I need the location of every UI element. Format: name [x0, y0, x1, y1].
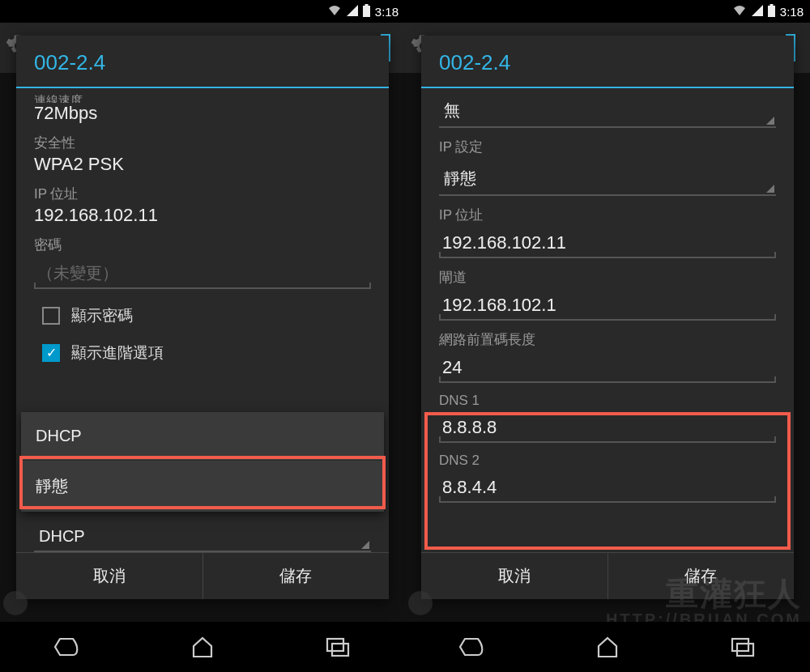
save-button[interactable]: 儲存: [202, 553, 390, 599]
svg-rect-0: [363, 6, 370, 17]
password-input[interactable]: （未變更）: [34, 257, 371, 289]
home-button[interactable]: [575, 631, 640, 663]
show-advanced-row[interactable]: ✓ 顯示進階選項: [34, 342, 371, 364]
ip-address-value: 192.168.102.11: [442, 232, 566, 253]
svg-rect-7: [737, 644, 753, 656]
svg-rect-4: [768, 6, 775, 17]
dns1-label: DNS 1: [439, 393, 776, 409]
nav-bar: [0, 622, 405, 672]
save-button[interactable]: 儲存: [608, 553, 795, 599]
dialog-body[interactable]: 連線速度 72Mbps 安全性 WPA2 PSK IP 位址 192.168.1…: [16, 88, 389, 552]
phone-right: 3:18 002-2.4 無 IP 設定 靜態 IP 位址 192.168.10…: [405, 0, 810, 672]
dialog-title: 002-2.4: [421, 36, 794, 87]
cancel-button[interactable]: 取消: [16, 553, 202, 599]
gateway-input[interactable]: 192.168.102.1: [439, 290, 776, 321]
link-speed-value: 72Mbps: [34, 103, 371, 124]
svg-rect-2: [327, 639, 343, 651]
prefix-length-label: 網路前置碼長度: [439, 330, 776, 349]
security-label: 安全性: [34, 134, 371, 152]
ip-settings-value: 靜態: [444, 169, 476, 187]
ip-address-label: IP 位址: [439, 206, 776, 224]
prefix-length-input[interactable]: 24: [439, 352, 776, 383]
svg-rect-3: [332, 644, 348, 656]
phone-left: 3:18 002-2.4 連線速度 72Mbps 安全性 WPA2 PSK IP…: [0, 0, 405, 672]
dns1-value: 8.8.8.8: [442, 417, 497, 437]
gateway-value: 192.168.102.1: [442, 295, 556, 315]
checkbox-unchecked-icon[interactable]: [42, 307, 60, 325]
status-bar: 3:18: [0, 0, 405, 23]
show-password-label: 顯示密碼: [71, 305, 133, 326]
dns2-value: 8.8.4.4: [442, 477, 497, 497]
proxy-value: 無: [444, 101, 460, 119]
recents-button[interactable]: [305, 631, 370, 663]
clock-text: 3:18: [375, 5, 399, 19]
svg-rect-5: [770, 4, 773, 6]
cancel-button[interactable]: 取消: [421, 553, 608, 599]
password-placeholder: （未變更）: [37, 264, 118, 282]
dialog-button-bar: 取消 儲存: [16, 552, 389, 599]
nav-handle-icon: [408, 591, 433, 615]
ip-address-input[interactable]: 192.168.102.11: [439, 228, 776, 258]
back-button[interactable]: [35, 631, 100, 663]
wifi-icon: [327, 5, 342, 19]
link-speed-label: 連線速度: [34, 93, 371, 103]
security-value: WPA2 PSK: [34, 154, 371, 175]
dropdown-item-static[interactable]: 靜態: [21, 461, 384, 512]
ip-settings-dropdown: DHCP 靜態: [21, 412, 384, 512]
gateway-label: 閘道: [439, 268, 776, 287]
show-password-row[interactable]: 顯示密碼: [34, 305, 371, 326]
svg-rect-6: [732, 639, 748, 651]
svg-rect-1: [364, 4, 368, 6]
dropdown-item-dhcp[interactable]: DHCP: [21, 412, 384, 461]
password-label: 密碼: [34, 236, 371, 254]
clock-text: 3:18: [780, 5, 804, 19]
dns1-input[interactable]: 8.8.8.8: [439, 412, 776, 443]
dialog-title: 002-2.4: [16, 36, 389, 87]
ip-address-label: IP 位址: [34, 185, 371, 203]
recents-button[interactable]: [710, 631, 775, 663]
nav-bar: [405, 622, 810, 672]
nav-handle-icon: [3, 591, 28, 615]
signal-icon: [752, 5, 763, 19]
dns2-input[interactable]: 8.8.4.4: [439, 472, 776, 503]
wifi-dialog: 002-2.4 無 IP 設定 靜態 IP 位址 192.168.102.11 …: [421, 36, 794, 599]
battery-icon: [768, 4, 775, 19]
battery-icon: [363, 4, 370, 19]
home-button[interactable]: [170, 631, 235, 663]
dialog-button-bar: 取消 儲存: [421, 552, 794, 599]
status-bar: 3:18: [405, 0, 810, 23]
prefix-length-value: 24: [442, 357, 462, 377]
dns2-label: DNS 2: [439, 453, 776, 469]
checkbox-checked-icon[interactable]: ✓: [42, 344, 60, 362]
spinner-value: DHCP: [39, 527, 85, 545]
wifi-dialog: 002-2.4 連線速度 72Mbps 安全性 WPA2 PSK IP 位址 1…: [16, 36, 389, 599]
proxy-spinner[interactable]: 無: [439, 91, 776, 128]
ip-settings-label: IP 設定: [439, 138, 776, 156]
back-button[interactable]: [440, 631, 505, 663]
ip-settings-spinner[interactable]: 靜態: [439, 159, 776, 196]
wifi-icon: [732, 5, 747, 19]
dialog-body[interactable]: 無 IP 設定 靜態 IP 位址 192.168.102.11 閘道 192.1…: [421, 88, 794, 552]
show-advanced-label: 顯示進階選項: [71, 342, 164, 364]
ip-address-value: 192.168.102.11: [34, 205, 371, 226]
ip-settings-spinner[interactable]: DHCP: [34, 519, 371, 552]
signal-icon: [347, 5, 358, 19]
